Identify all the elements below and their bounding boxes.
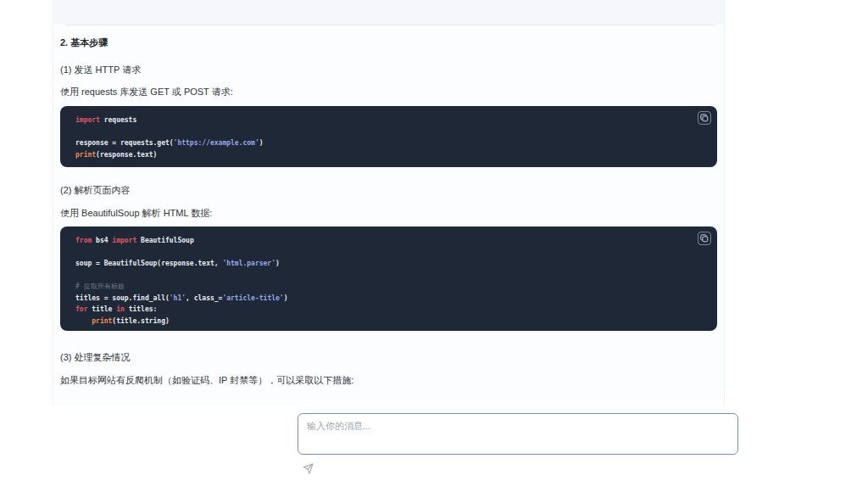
copy-icon[interactable] — [698, 232, 711, 245]
step-2-title: (2) 解析页面内容 — [60, 184, 131, 197]
code-block-beautifulsoup: from bs4 import BeautifulSoup soup = Bea… — [60, 227, 717, 331]
step-1-description: 使用 requests 库发送 GET 或 POST 请求: — [60, 86, 233, 98]
code-block-http-request: import requests response = requests.get(… — [60, 106, 717, 167]
send-button[interactable] — [300, 461, 315, 476]
step-2-description: 使用 BeautifulSoup 解析 HTML 数据: — [60, 207, 212, 220]
send-icon — [303, 463, 314, 474]
step-3-description: 如果目标网站有反爬机制（如验证码、IP 封禁等），可以采取以下措施: — [60, 374, 353, 387]
step-1-title: (1) 发送 HTTP 请求 — [60, 64, 141, 76]
assistant-message-card: 2. 基本步骤 (1) 发送 HTTP 请求 使用 requests 库发送 G… — [53, 0, 725, 405]
message-input[interactable] — [298, 413, 738, 455]
step-3-title: (3) 处理复杂情况 — [60, 351, 131, 364]
code-content: from bs4 import BeautifulSoup soup = Bea… — [75, 235, 717, 327]
section-heading-basic-steps: 2. 基本步骤 — [60, 36, 108, 49]
header-divider — [67, 25, 715, 25]
code-content: import requests response = requests.get(… — [75, 115, 717, 160]
chat-page: 2. 基本步骤 (1) 发送 HTTP 请求 使用 requests 库发送 G… — [0, 0, 868, 481]
message-header-band — [53, 0, 724, 25]
copy-icon[interactable] — [698, 111, 711, 125]
